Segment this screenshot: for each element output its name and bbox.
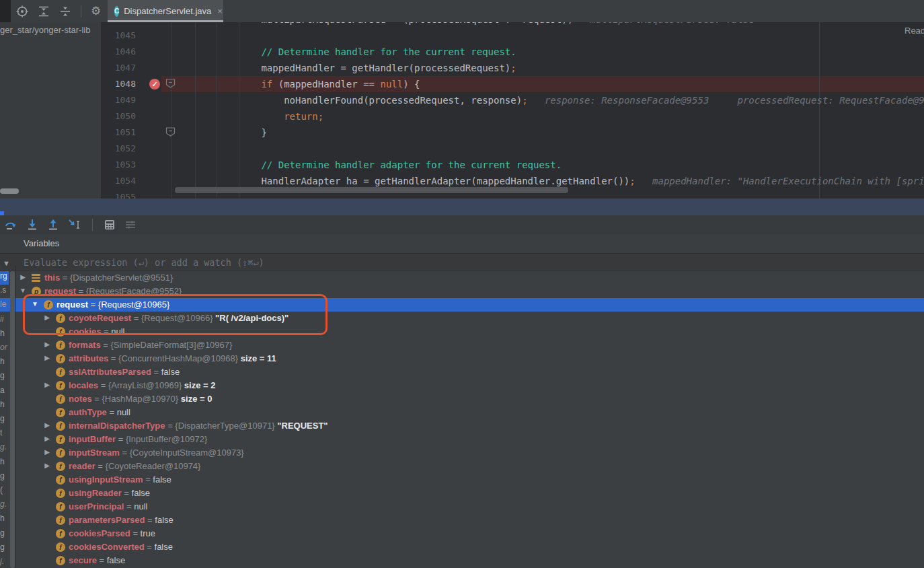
step-out-icon[interactable] bbox=[47, 219, 59, 231]
variable-row-cookies[interactable]: fcookies = null bbox=[0, 325, 924, 339]
variable-row-sslAttributesParsed[interactable]: fsslAttributesParsed = false bbox=[0, 365, 924, 379]
variable-row-cookiesConverted[interactable]: fcookiesConverted = false bbox=[0, 540, 924, 554]
frame-item-clipped[interactable]: h bbox=[0, 328, 9, 342]
project-panel[interactable]: ger_star/yonger-star-lib bbox=[0, 22, 101, 199]
variable-row-request[interactable]: ▼frequest = {Request@10965} bbox=[0, 298, 924, 312]
frame-item-clipped[interactable]: h bbox=[0, 457, 9, 470]
collapse-all-icon[interactable] bbox=[59, 5, 71, 17]
frame-item-clipped[interactable]: h bbox=[0, 400, 9, 413]
fold-marker-icon[interactable] bbox=[165, 127, 176, 137]
code-text: if bbox=[261, 79, 272, 90]
chevron-right-icon[interactable]: ▶ bbox=[43, 448, 51, 456]
code-line[interactable]: // Determine handler adapter for the cur… bbox=[176, 157, 562, 173]
breakpoint-icon[interactable]: ✓ bbox=[149, 79, 160, 90]
project-hscrollbar[interactable] bbox=[0, 188, 19, 194]
variable-row-this[interactable]: ▶this = {DispatcherServlet@9551} bbox=[0, 271, 924, 285]
frame-item-clipped[interactable]: g bbox=[0, 471, 9, 485]
variable-extra-value: size = 11 bbox=[238, 353, 276, 363]
frame-item-clipped[interactable]: .s bbox=[0, 285, 9, 299]
variable-row-notes[interactable]: fnotes = {HashMap@10970} size = 0 bbox=[0, 392, 924, 406]
variable-row-userPrincipal[interactable]: fuserPrincipal = null bbox=[0, 500, 924, 513]
variable-row-inputBuffer[interactable]: ▶finputBuffer = {InputBuffer@10972} bbox=[0, 433, 924, 446]
variable-row-coyoteRequest[interactable]: ▶fcoyoteRequest = {Request@10966} "R( /v… bbox=[0, 312, 924, 325]
variable-row-internalDispatcherType[interactable]: ▶finternalDispatcherType = {DispatcherTy… bbox=[0, 419, 924, 433]
code-line[interactable]: multipartRequestParsed = (processedReque… bbox=[176, 22, 755, 28]
frames-vscrollbar[interactable] bbox=[10, 271, 15, 568]
chevron-down-icon[interactable]: ▼ bbox=[31, 300, 39, 308]
chevron-down-icon[interactable]: ▼ bbox=[19, 287, 27, 294]
tab-dispatcherservlet[interactable]: C DispatcherServlet.java × bbox=[108, 0, 223, 22]
variable-row-secure[interactable]: fsecure = false bbox=[0, 554, 924, 567]
code-line[interactable]: noHandlerFound(processedRequest, respons… bbox=[176, 92, 924, 108]
chevron-right-icon[interactable]: ▶ bbox=[43, 381, 51, 388]
line-number: 1047 bbox=[101, 60, 136, 76]
variable-value: {DispatcherServlet@9551} bbox=[70, 273, 173, 283]
evaluate-expression-input[interactable]: Evaluate expression (↵) or add a watch (… bbox=[24, 257, 264, 268]
variable-row-request[interactable]: ▼prequest = {RequestFacade@9552} bbox=[0, 285, 924, 298]
reader-mode-hint: Reade bbox=[904, 26, 924, 36]
frame-item-clipped[interactable]: ii bbox=[0, 314, 9, 328]
variable-name: usingReader bbox=[69, 488, 122, 498]
gear-icon[interactable]: ⚙ bbox=[91, 5, 101, 17]
frame-item-clipped[interactable]: j. bbox=[0, 557, 9, 568]
frame-item-clipped[interactable]: rg bbox=[0, 271, 9, 285]
variable-row-usingInputStream[interactable]: fusingInputStream = false bbox=[0, 473, 924, 487]
evaluate-expression-row[interactable]: ▼ Evaluate expression (↵) or add a watch… bbox=[0, 253, 924, 271]
variable-row-authType[interactable]: fauthType = null bbox=[0, 406, 924, 419]
panel-splitter[interactable] bbox=[0, 199, 924, 215]
variable-value: {SimpleDateFormat[3]@10967} bbox=[111, 340, 233, 350]
step-into-icon[interactable] bbox=[26, 219, 38, 231]
frame-item-clipped[interactable]: h bbox=[0, 513, 9, 527]
chevron-right-icon[interactable]: ▶ bbox=[43, 435, 51, 442]
layout-settings-icon[interactable] bbox=[124, 219, 137, 231]
tab-close-icon[interactable]: × bbox=[217, 6, 223, 16]
frame-item-clipped[interactable]: g bbox=[0, 542, 9, 556]
editor-hscrollbar[interactable] bbox=[175, 187, 568, 193]
variable-value: {InputBuffer@10972} bbox=[126, 434, 207, 444]
code-line[interactable]: } bbox=[176, 125, 267, 141]
variable-row-parametersParsed[interactable]: fparametersParsed = false bbox=[0, 513, 924, 527]
code-line[interactable]: return; bbox=[176, 108, 323, 125]
frame-item-clipped[interactable]: g bbox=[0, 371, 9, 384]
chevron-right-icon[interactable]: ▶ bbox=[43, 341, 51, 348]
variable-row-locales[interactable]: ▶flocales = {ArrayList@10969} size = 2 bbox=[0, 379, 924, 392]
step-over-icon[interactable] bbox=[4, 219, 17, 231]
field-icon: f bbox=[56, 341, 65, 350]
expand-all-icon[interactable] bbox=[38, 5, 50, 17]
run-to-cursor-icon[interactable] bbox=[68, 219, 81, 231]
evaluate-expression-icon[interactable] bbox=[104, 219, 116, 231]
frame-item-clipped[interactable]: or bbox=[0, 343, 9, 356]
tab-variables[interactable]: Variables bbox=[24, 238, 59, 248]
chevron-right-icon[interactable]: ▶ bbox=[43, 462, 51, 469]
code-line[interactable]: if (mappedHandler == null) { bbox=[176, 76, 420, 92]
frame-item-clipped[interactable]: t bbox=[0, 428, 9, 441]
chevron-right-icon[interactable]: ▶ bbox=[43, 421, 51, 429]
chevron-right-icon[interactable]: ▶ bbox=[43, 314, 51, 321]
variable-row-reader[interactable]: ▶freader = {CoyoteReader@10974} bbox=[0, 460, 924, 473]
frame-item-clipped[interactable]: h bbox=[0, 357, 9, 370]
execution-point-icon[interactable] bbox=[16, 5, 28, 17]
frame-item-clipped[interactable]: g bbox=[0, 528, 9, 542]
variable-row-inputStream[interactable]: ▶finputStream = {CoyoteInputStream@10973… bbox=[0, 446, 924, 460]
variable-row-formats[interactable]: ▶fformats = {SimpleDateFormat[3]@10967} bbox=[0, 339, 924, 352]
chevron-down-icon[interactable]: ▼ bbox=[3, 259, 10, 267]
frame-item-clipped[interactable]: ( bbox=[0, 485, 9, 499]
variable-row-usingReader[interactable]: fusingReader = false bbox=[0, 487, 924, 500]
frame-item-clipped[interactable]: a bbox=[0, 386, 9, 399]
code-line[interactable]: mappedHandler = getHandler(processedRequ… bbox=[176, 60, 516, 76]
variable-name: parametersParsed bbox=[69, 515, 145, 525]
field-icon: f bbox=[56, 489, 65, 498]
fold-marker-icon[interactable] bbox=[165, 79, 176, 88]
code-editor[interactable]: 1044 multipartRequestParsed = (processed… bbox=[101, 22, 924, 199]
right-margin-guide bbox=[819, 22, 820, 199]
frame-item-clipped[interactable]: g. bbox=[0, 442, 9, 456]
variable-row-cookiesParsed[interactable]: fcookiesParsed = true bbox=[0, 527, 924, 540]
chevron-right-icon[interactable]: ▶ bbox=[19, 273, 27, 281]
equals-sign: = bbox=[116, 434, 126, 444]
chevron-right-icon[interactable]: ▶ bbox=[43, 354, 51, 361]
frame-item-clipped[interactable]: g. bbox=[0, 499, 9, 513]
variable-row-attributes[interactable]: ▶fattributes = {ConcurrentHashMap@10968}… bbox=[0, 352, 924, 365]
code-line[interactable]: // Determine handler for the current req… bbox=[176, 44, 516, 60]
frame-item-clipped[interactable]: g bbox=[0, 414, 9, 427]
frame-item-clipped[interactable]: le bbox=[0, 299, 9, 313]
